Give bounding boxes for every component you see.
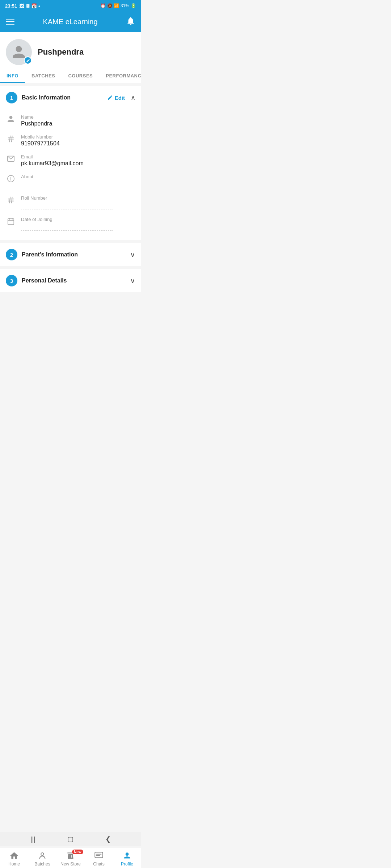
parents-info-title: Parent's Information bbox=[22, 251, 126, 258]
svg-line-2 bbox=[9, 136, 10, 142]
notification-bell[interactable] bbox=[126, 16, 135, 27]
basic-info-header: 1 Basic Information Edit ∧ bbox=[0, 86, 141, 109]
svg-line-10 bbox=[9, 197, 10, 203]
roll-number-field: Roll Number bbox=[6, 192, 135, 213]
doj-label: Date of Joining bbox=[21, 217, 135, 222]
expand-personal-details-icon[interactable]: ∨ bbox=[130, 276, 135, 285]
mobile-value: 919079771504 bbox=[21, 140, 135, 147]
tab-info[interactable]: INFO bbox=[0, 69, 25, 83]
tab-courses[interactable]: COURSES bbox=[62, 69, 99, 83]
status-time: 23:51 🖼 🖥 📅 • bbox=[5, 3, 40, 9]
parents-info-section: 2 Parent's Information ∨ bbox=[0, 243, 141, 266]
parents-info-header[interactable]: 2 Parent's Information ∨ bbox=[0, 243, 141, 266]
svg-rect-12 bbox=[8, 219, 14, 225]
name-field: Name Pushpendra bbox=[6, 111, 135, 131]
doj-dashed bbox=[21, 224, 113, 231]
name-value: Pushpendra bbox=[21, 120, 135, 127]
calendar-icon bbox=[6, 217, 16, 225]
tab-batches[interactable]: BATCHES bbox=[25, 69, 62, 83]
collapse-basic-info-icon[interactable]: ∧ bbox=[131, 94, 135, 102]
section-num-2: 2 bbox=[6, 249, 17, 260]
about-field: About bbox=[6, 170, 135, 192]
status-right: ⏰ 🔕 📶 31% 🔋 bbox=[100, 3, 136, 8]
personal-details-title: Personal Details bbox=[22, 277, 126, 284]
person-icon bbox=[6, 114, 16, 123]
roll-number-dashed bbox=[21, 202, 113, 209]
mobile-label: Mobile Number bbox=[21, 134, 135, 140]
about-label: About bbox=[21, 174, 135, 179]
expand-parents-info-icon[interactable]: ∨ bbox=[130, 250, 135, 259]
basic-info-fields: Name Pushpendra Mobile Number 91907977 bbox=[0, 109, 141, 240]
profile-header: Pushpendra bbox=[0, 32, 141, 69]
svg-line-11 bbox=[12, 197, 12, 203]
personal-details-section: 3 Personal Details ∨ bbox=[0, 269, 141, 292]
email-value: pk.kumar93@gmail.com bbox=[21, 160, 135, 167]
tab-performance[interactable]: PERFORMANCE bbox=[99, 69, 141, 83]
about-dashed bbox=[21, 181, 113, 188]
status-bar: 23:51 🖼 🖥 📅 • ⏰ 🔕 📶 31% 🔋 bbox=[0, 0, 141, 12]
profile-name: Pushpendra bbox=[38, 47, 84, 57]
name-label: Name bbox=[21, 114, 135, 120]
edit-avatar-button[interactable] bbox=[24, 56, 32, 64]
app-title: KAME eLearning bbox=[43, 18, 97, 26]
info-circle-icon bbox=[6, 174, 16, 183]
mobile-field: Mobile Number 919079771504 bbox=[6, 131, 135, 150]
top-bar: KAME eLearning bbox=[0, 12, 141, 32]
doj-field: Date of Joining bbox=[6, 213, 135, 234]
basic-info-title: Basic Information bbox=[22, 94, 103, 101]
email-label: Email bbox=[21, 154, 135, 159]
profile-tabs: INFO BATCHES COURSES PERFORMANCE P bbox=[0, 69, 141, 83]
hash-icon bbox=[6, 134, 16, 143]
svg-line-3 bbox=[12, 136, 12, 142]
roll-hash-icon bbox=[6, 195, 16, 204]
edit-basic-info-button[interactable]: Edit bbox=[107, 95, 125, 101]
email-icon bbox=[6, 154, 16, 163]
email-field: Email pk.kumar93@gmail.com bbox=[6, 150, 135, 170]
section-num-3: 3 bbox=[6, 275, 17, 286]
menu-button[interactable] bbox=[6, 19, 14, 25]
section-num-1: 1 bbox=[6, 92, 17, 103]
avatar-wrap bbox=[6, 39, 32, 65]
roll-number-label: Roll Number bbox=[21, 195, 135, 201]
basic-info-section: 1 Basic Information Edit ∧ Name bbox=[0, 86, 141, 240]
personal-details-header[interactable]: 3 Personal Details ∨ bbox=[0, 269, 141, 292]
